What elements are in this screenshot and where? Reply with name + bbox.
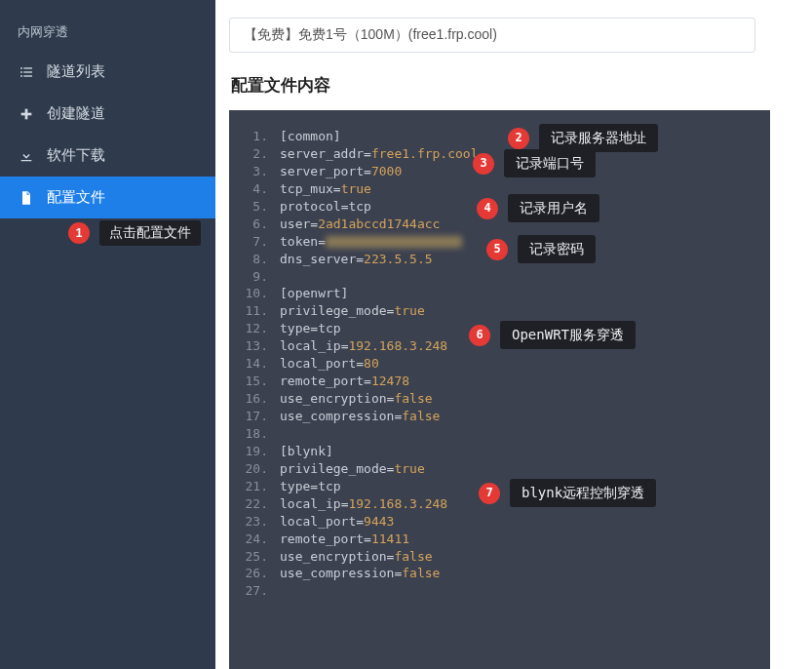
svg-rect-2 (20, 71, 22, 72)
download-icon (18, 147, 35, 165)
code-content: remote_port=11411 (280, 531, 770, 548)
annotation-dot: 6 (469, 325, 490, 346)
code-line: 25.use_encryption=false (229, 548, 770, 566)
code-line: 9. (229, 268, 770, 286)
annotation-2: 2记录服务器地址 (508, 124, 658, 152)
annotation-dot: 4 (477, 198, 498, 219)
main-content: 【免费】免费1号（100M）(free1.frp.cool) 配置文件内容 1.… (215, 0, 812, 669)
annotation-dot: 7 (479, 483, 500, 504)
line-number: 22. (229, 495, 280, 513)
svg-rect-4 (20, 75, 22, 76)
line-number: 17. (229, 408, 280, 425)
svg-rect-5 (23, 75, 32, 76)
sidebar-item-label: 隧道列表 (47, 62, 105, 81)
code-line: 17.use_compression=false (229, 408, 770, 425)
code-content (280, 268, 770, 286)
code-content: use_encryption=false (280, 548, 770, 566)
annotation-5: 5记录密码 (486, 235, 596, 263)
config-section-title: 配置文件内容 (231, 74, 812, 97)
line-number: 6. (229, 216, 280, 233)
config-code-panel: 1.[common]2.server_addr=free1.frp.cool3.… (229, 110, 770, 669)
annotation-dot: 5 (486, 239, 508, 260)
annotation-label: 记录密码 (518, 235, 596, 263)
file-icon (18, 189, 35, 207)
code-line: 24.remote_port=11411 (229, 531, 770, 548)
svg-rect-7 (21, 112, 32, 115)
svg-rect-1 (23, 67, 32, 68)
annotation-3: 3记录端口号 (473, 149, 596, 177)
server-selector[interactable]: 【免费】免费1号（100M）(free1.frp.cool) (229, 18, 755, 53)
sidebar-section-title: 内网穿透 (0, 18, 215, 51)
line-number: 23. (229, 513, 280, 531)
line-number: 18. (229, 425, 280, 443)
sidebar-item-label: 配置文件 (47, 188, 105, 207)
line-number: 19. (229, 443, 280, 460)
code-content: [blynk] (280, 443, 770, 460)
code-content: remote_port=12478 (280, 373, 770, 390)
line-number: 10. (229, 285, 280, 302)
annotation-4: 4记录用户名 (477, 194, 599, 222)
code-content: local_port=9443 (280, 513, 770, 531)
line-number: 16. (229, 390, 280, 408)
sidebar-item-file[interactable]: 配置文件 (0, 177, 215, 218)
sidebar-item-label: 软件下载 (47, 146, 105, 165)
annotation-6: 6OpenWRT服务穿透 (469, 321, 636, 349)
code-content (280, 582, 770, 600)
line-number: 24. (229, 531, 280, 548)
sidebar-item-list[interactable]: 隧道列表 (0, 51, 215, 93)
line-number: 1. (229, 128, 280, 145)
code-line: 18. (229, 425, 770, 443)
annotation-dot: 2 (508, 128, 529, 149)
line-number: 14. (229, 355, 280, 373)
line-number: 20. (229, 460, 280, 478)
line-number: 12. (229, 320, 280, 337)
line-number: 4. (229, 180, 280, 198)
line-number: 11. (229, 302, 280, 320)
code-line: 1.[common] (229, 128, 770, 145)
line-number: 15. (229, 373, 280, 390)
line-number: 25. (229, 548, 280, 566)
code-line: 27. (229, 582, 770, 600)
sidebar-item-download[interactable]: 软件下载 (0, 135, 215, 177)
annotation-label: 点击配置文件 (99, 220, 201, 246)
annotation-label: OpenWRT服务穿透 (500, 321, 636, 349)
line-number: 8. (229, 251, 280, 268)
sidebar: 内网穿透 隧道列表创建隧道软件下载配置文件 (0, 0, 215, 669)
code-content: privilege_mode=true (280, 460, 770, 478)
svg-rect-3 (23, 71, 32, 72)
list-icon (18, 63, 35, 81)
code-line: 11.privilege_mode=true (229, 302, 770, 320)
sidebar-item-label: 创建隧道 (47, 104, 105, 123)
line-number: 21. (229, 478, 280, 495)
annotation-1: 1点击配置文件 (68, 220, 201, 246)
plus-icon (18, 105, 35, 123)
line-number: 5. (229, 198, 280, 216)
code-content: use_compression=false (280, 408, 770, 425)
redacted-token (326, 236, 462, 248)
code-line: 15.remote_port=12478 (229, 373, 770, 390)
line-number: 7. (229, 233, 280, 251)
code-line: 20.privilege_mode=true (229, 460, 770, 478)
code-line: 19.[blynk] (229, 443, 770, 460)
code-content: use_encryption=false (280, 390, 770, 408)
annotation-dot: 1 (68, 222, 90, 244)
annotation-dot: 3 (473, 153, 494, 175)
code-content (280, 425, 770, 443)
annotation-label: 记录端口号 (504, 149, 596, 177)
line-number: 3. (229, 163, 280, 180)
code-content: privilege_mode=true (280, 302, 770, 320)
line-number: 2. (229, 145, 280, 163)
line-number: 26. (229, 565, 280, 582)
code-content: [openwrt] (280, 285, 770, 302)
code-line: 10.[openwrt] (229, 285, 770, 302)
svg-rect-0 (20, 67, 22, 68)
line-number: 9. (229, 268, 280, 286)
code-content: local_port=80 (280, 355, 770, 373)
code-content: use_compression=false (280, 565, 770, 582)
annotation-7: 7blynk远程控制穿透 (479, 479, 656, 507)
sidebar-item-plus[interactable]: 创建隧道 (0, 93, 215, 135)
annotation-label: 记录用户名 (508, 194, 599, 222)
line-number: 27. (229, 582, 280, 600)
code-line: 26.use_compression=false (229, 565, 770, 582)
annotation-label: blynk远程控制穿透 (510, 479, 656, 507)
